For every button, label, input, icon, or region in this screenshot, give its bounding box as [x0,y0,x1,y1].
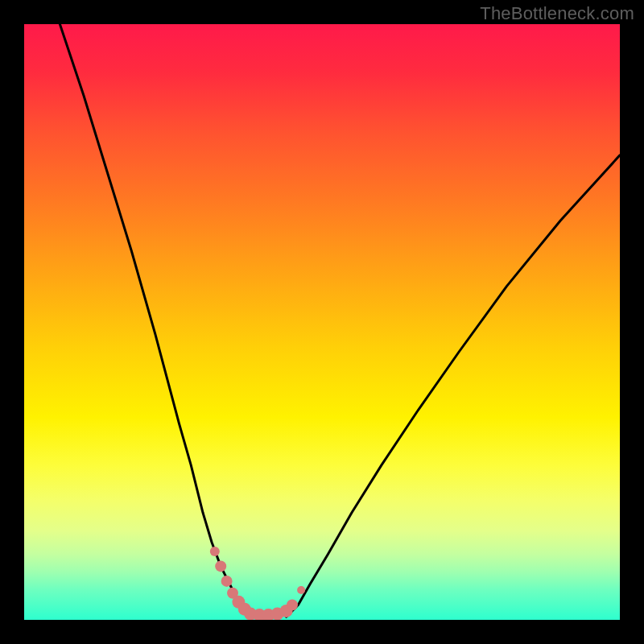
data-marker [287,600,298,611]
data-marker [210,547,220,556]
curve-group [60,24,620,617]
watermark-text: TheBottleneck.com [480,3,634,24]
data-marker [215,560,226,572]
curve-right-curve [287,155,620,617]
chart-frame: TheBottleneck.com [0,0,644,644]
curve-left-curve [60,24,250,617]
plot-area [24,24,620,620]
marker-group [210,547,305,620]
chart-svg [24,24,620,620]
data-marker [221,576,233,587]
data-marker [297,586,305,594]
